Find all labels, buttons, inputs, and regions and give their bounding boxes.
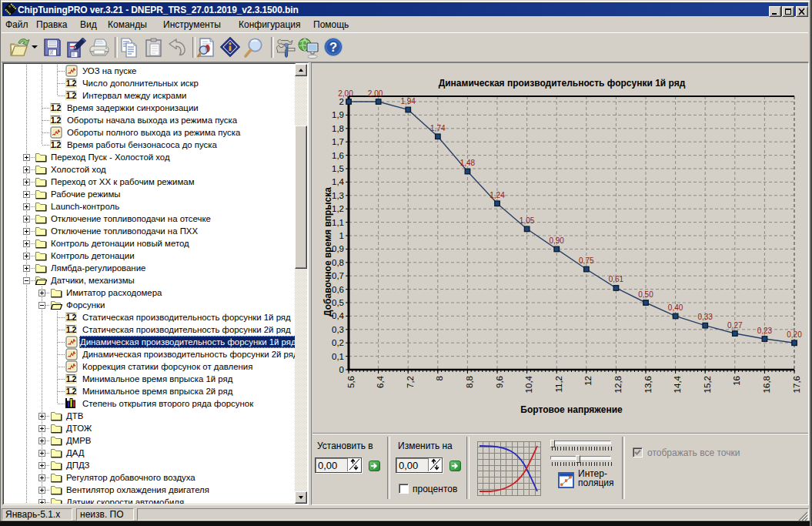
svg-text:Динамическая производительност: Динамическая производительность форсунки… — [439, 78, 686, 89]
svg-text:0,7: 0,7 — [332, 271, 344, 280]
svg-text:1,5: 1,5 — [332, 164, 344, 173]
svg-text:?: ? — [329, 40, 337, 54]
svg-text:0: 0 — [339, 365, 344, 374]
svg-text:17,6: 17,6 — [792, 376, 801, 393]
svg-text:16,8: 16,8 — [762, 376, 771, 393]
svg-text:1,48: 1,48 — [460, 159, 476, 167]
svg-text:0,75: 0,75 — [579, 256, 594, 265]
svg-text:0,40: 0,40 — [668, 303, 683, 312]
svg-text:0,9: 0,9 — [332, 244, 344, 253]
svg-text:1,1: 1,1 — [332, 218, 344, 227]
svg-text:0,27: 0,27 — [727, 321, 743, 330]
svg-text:1,94: 1,94 — [400, 97, 416, 106]
svg-text:12: 12 — [583, 376, 593, 386]
svg-text:0,3: 0,3 — [332, 325, 344, 334]
svg-text:0,2: 0,2 — [332, 338, 344, 347]
svg-text:1,3: 1,3 — [332, 191, 344, 200]
svg-text:1.2: 1.2 — [51, 116, 62, 125]
svg-text:0,61: 0,61 — [609, 275, 624, 283]
svg-text:1.2: 1.2 — [66, 91, 77, 100]
svg-text:1,2: 1,2 — [332, 204, 344, 213]
svg-text:0,1: 0,1 — [332, 352, 344, 361]
svg-text:0,5: 0,5 — [332, 298, 344, 307]
svg-text:1,9: 1,9 — [332, 110, 344, 119]
svg-text:1,4: 1,4 — [332, 177, 345, 186]
svg-text:1.2: 1.2 — [66, 79, 77, 88]
svg-text:7,2: 7,2 — [406, 376, 415, 388]
svg-text:0,8: 0,8 — [332, 258, 344, 267]
svg-text:10,4: 10,4 — [524, 375, 533, 393]
svg-text:0,90: 0,90 — [549, 236, 564, 245]
svg-text:0,6: 0,6 — [332, 285, 344, 294]
svg-text:0,4: 0,4 — [332, 311, 345, 320]
svg-text:8: 8 — [435, 376, 444, 380]
svg-text:1.2: 1.2 — [66, 325, 77, 334]
svg-text:1.2: 1.2 — [66, 374, 77, 384]
svg-text:0,20: 0,20 — [787, 330, 802, 339]
svg-text:8,8: 8,8 — [465, 376, 474, 388]
svg-text:6,4: 6,4 — [376, 375, 385, 388]
svg-text:1: 1 — [339, 231, 344, 240]
svg-text:1.2: 1.2 — [66, 313, 77, 322]
svg-text:1.2: 1.2 — [51, 103, 62, 112]
svg-text:Добавочное время впрыска: Добавочное время впрыска — [322, 187, 333, 317]
svg-text:1.2: 1.2 — [51, 140, 62, 149]
svg-text:1,7: 1,7 — [332, 137, 344, 146]
svg-text:1,6: 1,6 — [332, 151, 344, 160]
svg-text:2,00: 2,00 — [368, 89, 383, 98]
svg-text:15,2: 15,2 — [703, 376, 712, 393]
svg-text:0,33: 0,33 — [697, 313, 713, 321]
svg-text:14,4: 14,4 — [673, 375, 682, 393]
svg-text:1,05: 1,05 — [520, 216, 535, 225]
svg-text:16: 16 — [732, 376, 741, 386]
svg-text:11,2: 11,2 — [554, 376, 563, 393]
svg-text:13,6: 13,6 — [643, 376, 653, 393]
svg-text:0,23: 0,23 — [757, 327, 773, 335]
svg-text:1.2: 1.2 — [66, 387, 77, 396]
svg-text:1,8: 1,8 — [332, 124, 344, 133]
svg-text:2,00: 2,00 — [338, 89, 353, 98]
svg-text:1,24: 1,24 — [490, 191, 505, 199]
svg-text:5,6: 5,6 — [346, 376, 356, 388]
svg-text:1,74: 1,74 — [430, 124, 446, 132]
svg-text:0,50: 0,50 — [638, 290, 653, 299]
svg-text:2: 2 — [339, 97, 344, 106]
svg-text:12,8: 12,8 — [613, 376, 623, 393]
svg-text:Бортовое напряжение: Бортовое напряжение — [520, 404, 623, 415]
svg-text:9,6: 9,6 — [495, 376, 504, 388]
